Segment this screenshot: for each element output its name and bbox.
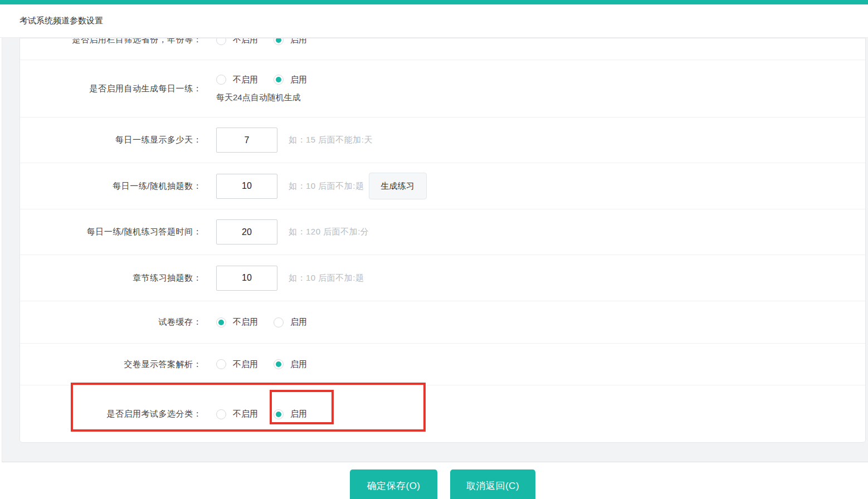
auto-daily-practice-radio-option-not-enabled[interactable]: 不启用 bbox=[216, 75, 258, 85]
form-row-show-answer-analysis: 交卷显示答案解析：不启用启用 bbox=[20, 344, 865, 385]
exam-multi-category-controls: 不启用启用 bbox=[216, 409, 323, 419]
radio-option-not-enabled-label: 不启用 bbox=[233, 359, 258, 370]
radio-on-icon bbox=[274, 409, 284, 419]
radio-selected-dot bbox=[218, 320, 224, 325]
page-title: 考试系统频道参数设置 bbox=[19, 16, 103, 26]
radio-on-icon bbox=[274, 75, 284, 85]
radio-option-enabled-label: 启用 bbox=[290, 317, 307, 327]
form-rows-container: 是否启用栏目筛选省份，年份等：不启用启用是否启用自动生成每日一练：不启用启用每天… bbox=[20, 38, 865, 443]
answer-time-controls: 如：120 后面不加:分 bbox=[216, 219, 369, 244]
radio-option-enabled-label: 启用 bbox=[290, 359, 307, 370]
page-header: 考试系统频道参数设置 bbox=[0, 4, 868, 38]
radio-selected-dot bbox=[276, 77, 281, 82]
daily-question-count-controls: 如：10 后面不加:题生成练习 bbox=[216, 173, 427, 199]
radio-on-icon bbox=[274, 38, 284, 45]
exam-multi-category-radio-option-enabled[interactable]: 启用 bbox=[274, 409, 307, 419]
show-answer-analysis-radio-group: 不启用启用 bbox=[216, 359, 323, 370]
paper-cache-radio-option-enabled[interactable]: 启用 bbox=[274, 317, 307, 327]
form-row-daily-question-count: 每日一练/随机抽题数：如：10 后面不加:题生成练习 bbox=[20, 163, 865, 209]
form-row-paper-cache: 试卷缓存：不启用启用 bbox=[20, 301, 865, 344]
exam-multi-category-radio-option-not-enabled[interactable]: 不启用 bbox=[216, 409, 258, 419]
row-label-show-answer-analysis: 交卷显示答案解析： bbox=[37, 359, 202, 370]
auto-daily-practice-radio-option-enabled[interactable]: 启用 bbox=[274, 75, 307, 85]
radio-option-enabled-label: 启用 bbox=[290, 75, 307, 85]
cancel-button[interactable]: 取消返回(C) bbox=[450, 469, 535, 499]
form-row-answer-time: 每日一练/随机练习答题时间：如：120 后面不加:分 bbox=[20, 209, 865, 255]
auto-daily-practice-controls: 不启用启用每天24点自动随机生成 bbox=[216, 75, 323, 103]
chapter-question-count-hint: 如：10 后面不加:题 bbox=[289, 273, 364, 283]
column-filter-radio-option-not-enabled[interactable]: 不启用 bbox=[216, 38, 258, 45]
radio-on-icon bbox=[274, 359, 284, 369]
footer-bar: 确定保存(O) 取消返回(C) bbox=[0, 463, 868, 499]
daily-days-hint: 如：15 后面不能加:天 bbox=[289, 135, 373, 145]
show-answer-analysis-radio-option-enabled[interactable]: 启用 bbox=[274, 359, 307, 370]
radio-option-not-enabled-label: 不启用 bbox=[233, 409, 258, 419]
row-label-exam-multi-category: 是否启用考试多选分类： bbox=[37, 409, 202, 419]
paper-cache-radio-option-not-enabled[interactable]: 不启用 bbox=[216, 317, 258, 327]
row-label-answer-time: 每日一练/随机练习答题时间： bbox=[37, 227, 202, 237]
radio-off-icon bbox=[216, 409, 226, 419]
column-filter-radio-option-enabled[interactable]: 启用 bbox=[274, 38, 307, 45]
show-answer-analysis-controls: 不启用启用 bbox=[216, 359, 323, 370]
paper-cache-radio-group: 不启用启用 bbox=[216, 317, 323, 327]
radio-selected-dot bbox=[276, 412, 281, 417]
settings-form-card: 是否启用栏目筛选省份，年份等：不启用启用是否启用自动生成每日一练：不启用启用每天… bbox=[19, 38, 866, 443]
auto-daily-practice-note: 每天24点自动随机生成 bbox=[216, 92, 301, 103]
daily-days-controls: 如：15 后面不能加:天 bbox=[216, 128, 373, 153]
radio-selected-dot bbox=[276, 361, 281, 367]
show-answer-analysis-radio-option-not-enabled[interactable]: 不启用 bbox=[216, 359, 258, 370]
radio-off-icon bbox=[216, 38, 226, 45]
form-row-exam-multi-category: 是否启用考试多选分类：不启用启用 bbox=[20, 385, 865, 443]
daily-question-count-input[interactable] bbox=[216, 174, 277, 199]
radio-option-enabled-label: 启用 bbox=[290, 38, 307, 45]
form-row-auto-daily-practice: 是否启用自动生成每日一练：不启用启用每天24点自动随机生成 bbox=[20, 60, 865, 118]
radio-option-enabled-label: 启用 bbox=[290, 409, 307, 419]
top-accent-bar bbox=[0, 0, 868, 4]
radio-off-icon bbox=[216, 317, 226, 327]
row-label-paper-cache: 试卷缓存： bbox=[37, 317, 202, 327]
chapter-question-count-controls: 如：10 后面不加:题 bbox=[216, 266, 364, 291]
answer-time-input[interactable] bbox=[216, 219, 277, 244]
daily-question-count-hint: 如：10 后面不加:题 bbox=[289, 181, 364, 192]
form-row-column-filter: 是否启用栏目筛选省份，年份等：不启用启用 bbox=[20, 38, 865, 60]
radio-selected-dot bbox=[276, 38, 281, 43]
column-filter-radio-group: 不启用启用 bbox=[216, 38, 323, 45]
row-label-chapter-question-count: 章节练习抽题数： bbox=[37, 273, 202, 283]
radio-option-not-enabled-label: 不启用 bbox=[233, 317, 258, 327]
row-label-daily-days: 每日一练显示多少天： bbox=[37, 135, 202, 145]
exam-multi-category-radio-group: 不启用启用 bbox=[216, 409, 323, 419]
auto-daily-practice-radio-group: 不启用启用 bbox=[216, 75, 323, 85]
radio-on-icon bbox=[274, 317, 284, 327]
content-area: 是否启用栏目筛选省份，年份等：不启用启用是否启用自动生成每日一练：不启用启用每天… bbox=[2, 38, 868, 462]
row-label-auto-daily-practice: 是否启用自动生成每日一练： bbox=[37, 84, 202, 94]
save-button[interactable]: 确定保存(O) bbox=[350, 469, 437, 499]
daily-days-input[interactable] bbox=[216, 128, 277, 153]
form-row-daily-days: 每日一练显示多少天：如：15 后面不能加:天 bbox=[20, 118, 865, 163]
row-label-column-filter: 是否启用栏目筛选省份，年份等： bbox=[37, 38, 202, 45]
generate-practice-button[interactable]: 生成练习 bbox=[369, 173, 427, 199]
radio-off-icon bbox=[216, 359, 226, 369]
radio-option-not-enabled-label: 不启用 bbox=[233, 75, 258, 85]
paper-cache-controls: 不启用启用 bbox=[216, 317, 323, 327]
radio-off-icon bbox=[216, 75, 226, 85]
chapter-question-count-input[interactable] bbox=[216, 266, 277, 291]
column-filter-controls: 不启用启用 bbox=[216, 38, 323, 45]
row-label-daily-question-count: 每日一练/随机抽题数： bbox=[37, 181, 202, 192]
radio-option-not-enabled-label: 不启用 bbox=[233, 38, 258, 45]
form-row-chapter-question-count: 章节练习抽题数：如：10 后面不加:题 bbox=[20, 255, 865, 301]
answer-time-hint: 如：120 后面不加:分 bbox=[289, 227, 369, 237]
